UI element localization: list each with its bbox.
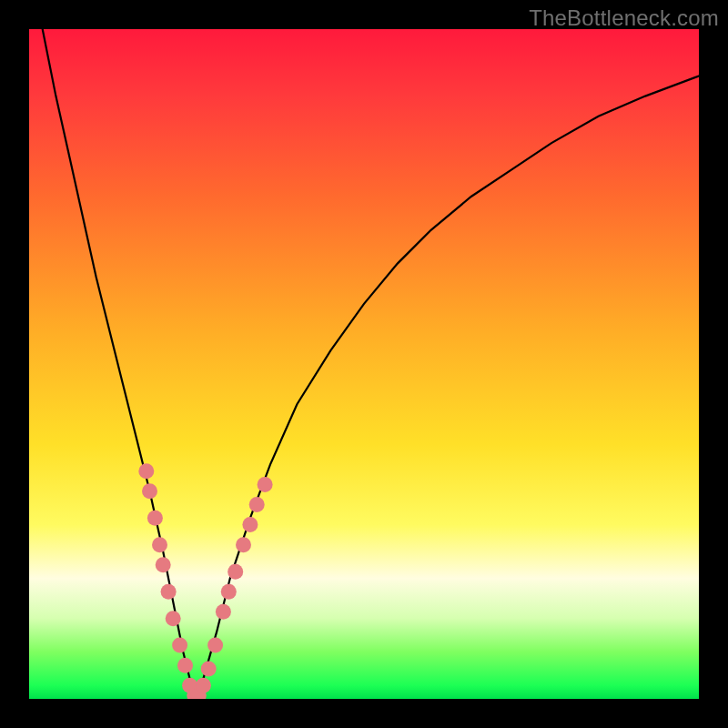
watermark-text: TheBottleneck.com [529, 5, 719, 31]
curve-marker [249, 497, 265, 512]
curve-marker [177, 658, 193, 673]
curve-marker [216, 604, 231, 620]
bottleneck-curve [29, 29, 699, 699]
curve-marker [147, 511, 163, 526]
curve-marker [138, 463, 154, 479]
curve-marker [142, 483, 157, 499]
curve-marker [196, 678, 211, 693]
curve-marker [258, 477, 273, 492]
curve-marker [201, 661, 217, 676]
curve-marker [228, 564, 243, 580]
plot-area [29, 29, 699, 699]
plot-svg [29, 29, 699, 699]
curve-marker [221, 584, 237, 600]
curve-marker [156, 557, 171, 572]
curve-marker [242, 517, 258, 532]
curve-marker [172, 638, 187, 653]
curve-markers [138, 463, 272, 699]
curve-marker [166, 611, 181, 626]
curve-marker [236, 537, 251, 552]
chart-frame: TheBottleneck.com [0, 0, 728, 728]
curve-marker [161, 584, 177, 600]
curve-marker [207, 638, 223, 653]
curve-marker [152, 537, 167, 552]
